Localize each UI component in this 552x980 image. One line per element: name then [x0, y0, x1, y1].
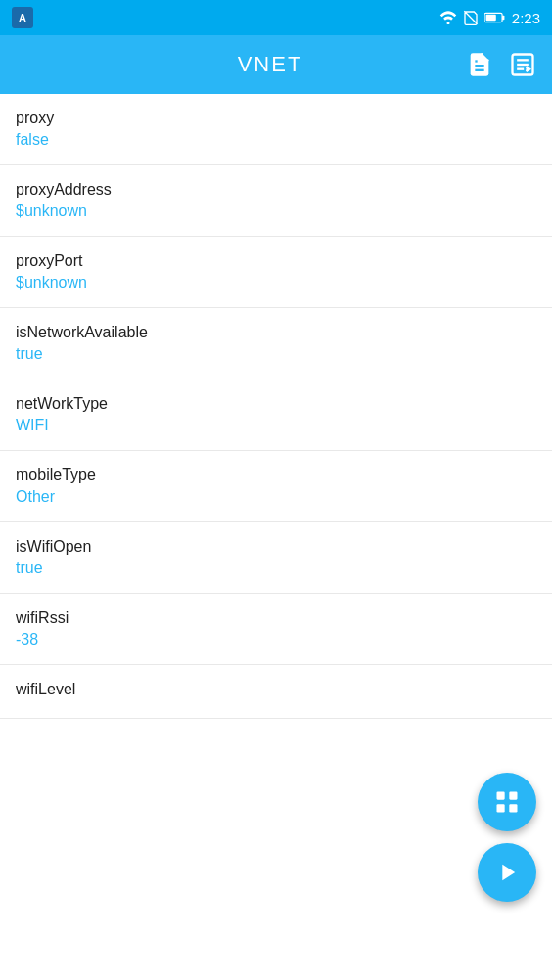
list-item: proxy false — [0, 94, 552, 165]
play-fab[interactable] — [478, 843, 536, 902]
wifirssi-value: -38 — [16, 631, 474, 648]
networktype-value: WIFI — [16, 417, 536, 434]
proxy-label: proxy — [16, 110, 536, 127]
isnetworkavailable-value: true — [16, 345, 536, 363]
list-item: isWifiOpen true — [0, 522, 552, 594]
proxyport-label: proxyPort — [16, 252, 536, 270]
svg-rect-11 — [509, 792, 517, 800]
svg-rect-10 — [497, 792, 505, 800]
wifilevel-label: wifiLevel — [16, 681, 536, 698]
sim-icon — [463, 10, 479, 25]
list-item: wifiRssi -38 — [0, 594, 552, 665]
list-item: mobileType Other — [0, 451, 552, 522]
svg-rect-12 — [497, 804, 505, 812]
networktype-label: netWorkType — [16, 395, 536, 413]
list-item: netWorkType WIFI — [0, 379, 552, 451]
svg-rect-13 — [509, 804, 517, 812]
status-bar: A 2:23 — [0, 0, 552, 35]
content-area: proxy false proxyAddress $unknown proxyP… — [0, 94, 552, 980]
status-time: 2:23 — [512, 10, 540, 26]
app-header: VNET — [0, 35, 552, 94]
proxy-value: false — [16, 131, 536, 149]
list-item: proxyAddress $unknown — [0, 165, 552, 237]
header-title: VNET — [74, 52, 466, 77]
fab-container — [478, 773, 536, 902]
list-item: proxyPort $unknown — [0, 237, 552, 308]
wifirssi-label: wifiRssi — [16, 609, 474, 627]
isnetworkavailable-label: isNetworkAvailable — [16, 324, 536, 341]
iswifiopen-value: true — [16, 559, 474, 577]
proxyaddress-label: proxyAddress — [16, 181, 536, 199]
grid-fab[interactable] — [478, 773, 536, 831]
mobiletype-value: Other — [16, 488, 536, 506]
mobiletype-label: mobileType — [16, 467, 536, 484]
list-arrow-icon[interactable] — [509, 51, 536, 78]
list-item: wifiLevel — [0, 665, 552, 719]
export-list-icon[interactable] — [466, 51, 493, 78]
wifi-icon — [439, 11, 457, 24]
iswifiopen-label: isWifiOpen — [16, 538, 474, 556]
list-item: isNetworkAvailable true — [0, 308, 552, 379]
svg-marker-14 — [502, 865, 515, 880]
proxyaddress-value: $unknown — [16, 202, 536, 220]
app-icon: A — [12, 7, 33, 28]
svg-rect-2 — [485, 15, 495, 21]
proxyport-value: $unknown — [16, 274, 536, 291]
battery-icon — [484, 11, 506, 24]
svg-rect-1 — [502, 16, 504, 21]
